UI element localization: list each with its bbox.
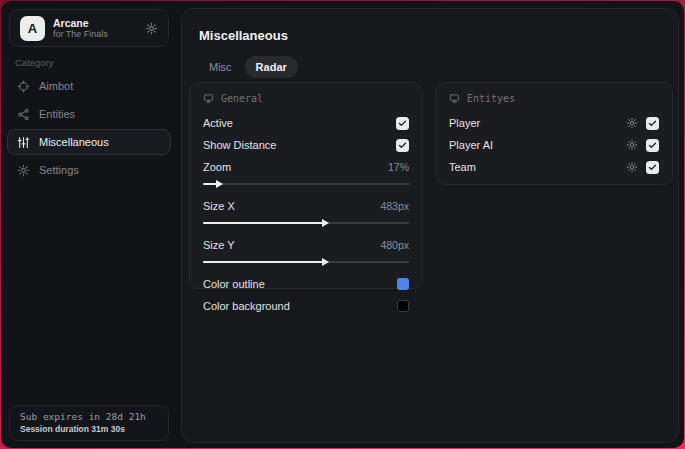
category-label: Category	[15, 57, 54, 68]
sliders-icon	[17, 136, 30, 149]
player-checkbox[interactable]	[646, 117, 659, 130]
setting-row-active: Active	[203, 112, 409, 134]
check-icon	[648, 141, 657, 150]
session-duration-text: Session duration 31m 30s	[20, 424, 158, 434]
entity-row-team: Team	[449, 156, 659, 178]
entity-label: Team	[449, 161, 476, 173]
sidebar-item-label: Entities	[39, 108, 75, 120]
app-window: A Arcane for The Finals Category Aimbot	[1, 1, 684, 448]
entities-icon	[17, 108, 30, 121]
subscription-box: Sub expires in 28d 21h Session duration …	[9, 405, 169, 441]
entities-card: Entityes Player Player AI	[435, 82, 673, 185]
player-ai-config-gear-icon[interactable]	[626, 139, 638, 151]
sidebar-item-miscellaneous[interactable]: Miscellaneous	[7, 129, 171, 155]
setting-label: Size Y	[203, 239, 235, 251]
crosshair-icon	[17, 80, 30, 93]
setting-label: Active	[203, 117, 233, 129]
check-icon	[648, 119, 657, 128]
color-background-swatch[interactable]	[397, 300, 409, 312]
sidebar-item-settings[interactable]: Settings	[7, 157, 171, 183]
sidebar: A Arcane for The Finals Category Aimbot	[1, 1, 177, 448]
setting-label: Color background	[203, 300, 290, 312]
setting-label: Color outline	[203, 278, 265, 290]
team-config-gear-icon[interactable]	[626, 161, 638, 173]
entity-row-player: Player	[449, 112, 659, 134]
tab-bar: Misc Radar	[198, 56, 298, 78]
app-logo: A	[20, 16, 45, 41]
gear-icon	[17, 164, 30, 177]
sidebar-item-label: Settings	[39, 164, 79, 176]
page-title: Miscellaneous	[199, 28, 288, 43]
tab-radar[interactable]: Radar	[245, 56, 298, 78]
size-x-value: 483px	[380, 200, 409, 212]
setting-row-color-outline: Color outline	[203, 273, 409, 295]
setting-row-color-background: Color background	[203, 295, 409, 317]
player-ai-checkbox[interactable]	[646, 139, 659, 152]
color-outline-swatch[interactable]	[397, 278, 409, 290]
setting-row-show-distance: Show Distance	[203, 134, 409, 156]
main-panel: Miscellaneous Misc Radar General Active …	[181, 8, 679, 443]
setting-row-zoom: Zoom 17%	[203, 156, 409, 178]
general-card-title: General	[221, 93, 263, 104]
setting-label: Show Distance	[203, 139, 276, 151]
sub-expiry-text: Sub expires in 28d 21h	[20, 411, 158, 422]
sidebar-item-label: Miscellaneous	[39, 136, 109, 148]
sidebar-item-label: Aimbot	[39, 80, 73, 92]
app-subtitle: for The Finals	[53, 29, 137, 39]
entity-label: Player AI	[449, 139, 493, 151]
sidebar-nav: Aimbot Entities Miscellaneous Settings	[7, 73, 171, 185]
show-distance-checkbox[interactable]	[396, 139, 409, 152]
zoom-slider[interactable]	[203, 179, 409, 189]
active-checkbox[interactable]	[396, 117, 409, 130]
size-x-slider[interactable]	[203, 218, 409, 228]
tab-misc[interactable]: Misc	[198, 56, 243, 78]
entity-row-player-ai: Player AI	[449, 134, 659, 156]
size-x-slider-thumb[interactable]	[322, 219, 329, 227]
entity-label: Player	[449, 117, 480, 129]
setting-label: Size X	[203, 200, 235, 212]
zoom-slider-thumb[interactable]	[216, 180, 223, 188]
size-y-slider-thumb[interactable]	[322, 258, 329, 266]
team-checkbox[interactable]	[646, 161, 659, 174]
entities-card-title: Entityes	[467, 93, 515, 104]
size-y-slider[interactable]	[203, 257, 409, 267]
sidebar-item-entities[interactable]: Entities	[7, 101, 171, 127]
setting-label: Zoom	[203, 161, 231, 173]
general-card: General Active Show Distance Zoom 17%	[189, 82, 423, 289]
setting-row-size-y: Size Y 480px	[203, 234, 409, 256]
size-y-value: 480px	[380, 239, 409, 251]
check-icon	[648, 163, 657, 172]
brand-card: A Arcane for The Finals	[9, 9, 169, 47]
player-config-gear-icon[interactable]	[626, 117, 638, 129]
monitor-icon	[449, 93, 460, 104]
zoom-value: 17%	[388, 161, 409, 173]
brand-settings-icon[interactable]	[145, 22, 158, 35]
sidebar-item-aimbot[interactable]: Aimbot	[7, 73, 171, 99]
check-icon	[398, 119, 407, 128]
check-icon	[398, 141, 407, 150]
app-title: Arcane	[53, 17, 137, 29]
setting-row-size-x: Size X 483px	[203, 195, 409, 217]
monitor-icon	[203, 93, 214, 104]
